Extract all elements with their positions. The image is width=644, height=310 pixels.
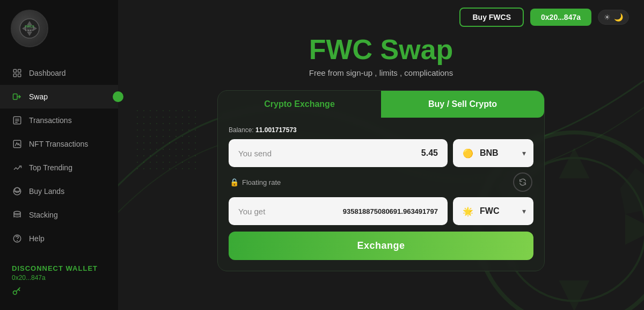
svg-rect-10 <box>13 74 16 77</box>
rate-row: 🔒 Floating rate <box>229 167 533 197</box>
sidebar-item-nft-label: NFT Transactions <box>29 140 88 148</box>
you-get-value: 935818875080691.963491797 <box>343 207 438 215</box>
sidebar-item-lands-label: Buy Lands <box>29 187 64 196</box>
key-icon <box>12 286 106 299</box>
swap-card: Crypto Exchange Buy / Sell Crypto Balanc… <box>217 90 545 271</box>
floating-rate-label: Floating rate <box>242 178 281 186</box>
svg-point-22 <box>17 240 18 241</box>
sidebar-item-swap[interactable]: Swap <box>0 85 118 109</box>
sidebar-item-stacking-label: Stacking <box>29 211 58 219</box>
stacking-icon <box>12 210 23 220</box>
sidebar-item-buy-lands[interactable]: Buy Lands <box>0 179 118 203</box>
to-token-icon: 🌟 <box>460 204 475 219</box>
top-header: Buy FWCS 0x20...847a ☀ 🌙 <box>118 0 644 34</box>
page-subtitle: Free from sign-up , limits , complicatio… <box>309 68 453 77</box>
lock-icon: 🔒 <box>230 178 239 186</box>
svg-rect-11 <box>18 74 21 77</box>
lands-icon <box>12 186 23 197</box>
from-token-name: BNB <box>480 148 518 158</box>
page-title: FWC Swap <box>309 34 453 65</box>
tab-crypto-exchange[interactable]: Crypto Exchange <box>218 91 381 118</box>
you-send-value: 5.45 <box>421 148 438 158</box>
balance-label: Balance: <box>229 126 254 134</box>
sidebar-item-transactions[interactable]: Transactions <box>0 109 118 132</box>
theme-toggle[interactable]: ☀ 🌙 <box>598 10 629 25</box>
sidebar: FWCS SWAP Dashboard <box>0 0 118 310</box>
exchange-button[interactable]: Exchange <box>229 232 533 260</box>
sidebar-wallet-address: 0x20...847a <box>12 274 46 282</box>
from-token-select[interactable]: 🟡 BNB ▾ <box>453 139 533 167</box>
sidebar-item-help-label: Help <box>29 234 45 243</box>
sidebar-item-help[interactable]: Help <box>0 227 118 250</box>
swap-icon <box>12 91 23 102</box>
sidebar-nav: Dashboard Swap Transactions <box>0 61 118 250</box>
balance-row: Balance: 11.001717573 <box>229 126 533 134</box>
svg-point-20 <box>14 211 20 214</box>
floating-rate: 🔒 Floating rate <box>230 178 281 186</box>
main-content: Buy FWCS 0x20...847a ☀ 🌙 FWC Swap Free f… <box>118 0 644 310</box>
sidebar-item-trending-label: Top Trending <box>29 163 72 172</box>
you-send-label: You send <box>238 149 421 158</box>
svg-rect-9 <box>18 69 21 72</box>
help-icon <box>12 233 23 244</box>
you-get-input-box[interactable]: You get 935818875080691.963491797 <box>229 197 448 225</box>
svg-text:SWAP: SWAP <box>25 29 34 32</box>
disconnect-wallet-button[interactable]: DISCONNECT WALLET <box>12 264 106 272</box>
moon-icon: 🌙 <box>614 13 623 21</box>
balance-value: 11.001717573 <box>255 126 297 134</box>
logo-image: FWCS SWAP <box>11 10 48 47</box>
from-token-icon: 🟡 <box>460 146 475 161</box>
sidebar-item-swap-label: Swap <box>29 92 48 101</box>
sidebar-item-nft-transactions[interactable]: NFT Transactions <box>0 132 118 156</box>
tab-bar: Crypto Exchange Buy / Sell Crypto <box>218 91 544 118</box>
you-send-input-box[interactable]: You send 5.45 <box>229 139 448 167</box>
refresh-button[interactable] <box>513 172 532 192</box>
logo-area: FWCS SWAP <box>0 0 118 57</box>
get-row: You get 935818875080691.963491797 🌟 FWC … <box>229 197 533 225</box>
send-row: You send 5.45 🟡 BNB ▾ <box>229 139 533 167</box>
tab-buy-sell-crypto[interactable]: Buy / Sell Crypto <box>381 91 544 118</box>
sidebar-item-top-trending[interactable]: Top Trending <box>0 156 118 179</box>
svg-rect-12 <box>13 94 18 100</box>
nft-icon <box>12 139 23 149</box>
svg-marker-27 <box>559 280 590 310</box>
soccer-ball-icon: FWCS SWAP <box>19 18 40 39</box>
from-token-chevron-icon: ▾ <box>522 149 526 157</box>
wallet-address-button[interactable]: 0x20...847a <box>530 9 591 26</box>
page-content: FWC Swap Free from sign-up , limits , co… <box>118 34 644 271</box>
sidebar-item-dashboard-label: Dashboard <box>29 69 66 77</box>
svg-point-23 <box>13 291 17 294</box>
buy-fwcs-button[interactable]: Buy FWCS <box>459 8 524 27</box>
trending-icon <box>12 162 23 173</box>
to-token-name: FWC <box>480 206 518 216</box>
dashboard-icon <box>12 68 23 78</box>
to-token-chevron-icon: ▾ <box>522 207 526 215</box>
card-body: Balance: 11.001717573 You send 5.45 🟡 BN… <box>218 118 544 271</box>
sun-icon: ☀ <box>604 13 611 21</box>
svg-text:FWCS: FWCS <box>25 25 34 28</box>
you-get-label: You get <box>238 207 343 216</box>
sidebar-footer: DISCONNECT WALLET 0x20...847a <box>0 254 118 310</box>
to-token-select[interactable]: 🌟 FWC ▾ <box>453 197 533 225</box>
sidebar-item-dashboard[interactable]: Dashboard <box>0 61 118 85</box>
transactions-icon <box>12 115 23 126</box>
sidebar-item-stacking[interactable]: Stacking <box>0 203 118 227</box>
sidebar-item-transactions-label: Transactions <box>29 116 72 125</box>
svg-rect-8 <box>13 69 16 72</box>
